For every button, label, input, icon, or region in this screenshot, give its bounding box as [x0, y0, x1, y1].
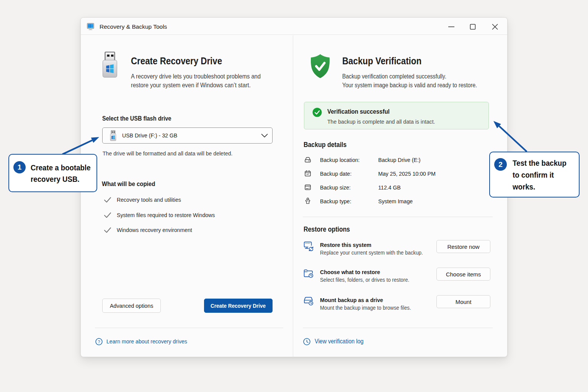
svg-text:?: ? [98, 340, 100, 344]
